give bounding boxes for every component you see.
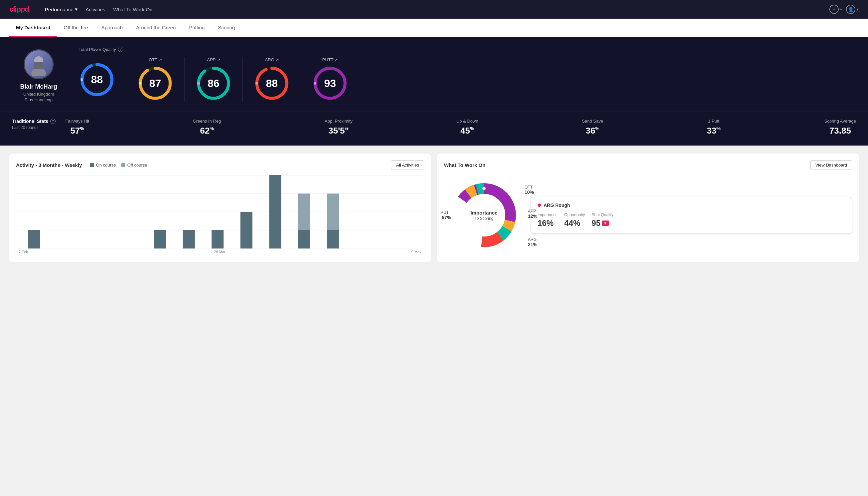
svg-rect-31 [211, 230, 223, 248]
stat-sand-save: Sand Save 36% [582, 119, 603, 136]
stat-greens-in-reg: Greens In Reg 62% [193, 119, 221, 136]
score-total-value: 88 [91, 73, 103, 86]
stats-help-icon[interactable]: ? [50, 119, 56, 124]
tab-approach[interactable]: Approach [95, 19, 129, 37]
player-name: Blair McHarg [20, 83, 57, 90]
arg-metrics: Importance 16% Opportunity 44% Shot Qual… [538, 213, 845, 228]
putt-trend-icon: ↗ [335, 58, 338, 62]
nav-what-to-work-on[interactable]: What To Work On [113, 6, 153, 12]
activity-chart-title: Activity - 3 Months - Weekly [16, 162, 82, 168]
stat-up-and-down: Up & Down 45% [456, 119, 478, 136]
score-putt: PUTT ↗ 93 [301, 57, 359, 102]
bar-chart: 0 1 2 3 4 [16, 175, 424, 248]
tab-scoring[interactable]: Scoring [211, 19, 241, 37]
svg-point-17 [314, 82, 316, 84]
ring-total: 88 [79, 61, 115, 98]
svg-rect-30 [183, 230, 195, 248]
app-trend-icon: ↗ [217, 58, 220, 62]
avatar [23, 49, 53, 79]
work-card-header: What To Work On View Dashboard [444, 160, 852, 170]
score-circles: 88 OTT ↗ 87 [79, 57, 856, 102]
putt-label: PUTT ↗ [322, 57, 338, 62]
score-ott-value: 87 [149, 77, 161, 90]
x-label-may: 9 May [411, 250, 421, 254]
ott-segment-label: OTT 10% [525, 185, 534, 195]
ring-app: 86 [195, 65, 232, 102]
tab-off-the-tee[interactable]: Off the Tee [57, 19, 95, 37]
putt-segment-label: PUTT 57% [441, 210, 451, 220]
arg-label: ARG ↗ [265, 57, 279, 62]
arg-segment-label: ARG 21% [528, 237, 537, 247]
donut-center-title: Importance [471, 210, 498, 216]
donut-center: Importance To Scoring [471, 210, 498, 221]
tab-around-the-green[interactable]: Around the Green [129, 19, 182, 37]
all-activities-button[interactable]: All Activities [391, 160, 424, 170]
arg-rough-dot [538, 203, 541, 207]
tpq-label: Total Player Quality ? [79, 47, 856, 52]
score-total: 88 [79, 61, 126, 98]
player-info: Blair McHarg United Kingdom Plus Handica… [12, 47, 65, 102]
stat-app-proximity: App. Proximity 35'5" [325, 119, 353, 136]
svg-point-8 [139, 82, 142, 84]
app-label: APP ↗ [207, 57, 220, 62]
arg-rough-title: ARG Rough [538, 203, 845, 208]
activity-card: Activity - 3 Months - Weekly On course O… [9, 154, 431, 262]
hero-section: Blair McHarg United Kingdom Plus Handica… [0, 37, 868, 112]
chart-svg: 0 1 2 3 4 [16, 175, 424, 248]
svg-rect-33 [269, 175, 281, 248]
ott-label: OTT ↗ [149, 57, 162, 62]
tab-my-dashboard[interactable]: My Dashboard [9, 19, 57, 37]
legend-off-course: Off course [121, 162, 147, 168]
stats-items: Fairways Hit 57% Greens In Reg 62% App. … [65, 119, 856, 136]
tpq-help-icon[interactable]: ? [118, 47, 123, 52]
top-nav: clippd Performance ▾ Activities What To … [0, 0, 868, 19]
stat-fairways-hit: Fairways Hit 57% [65, 119, 89, 136]
activity-card-header: Activity - 3 Months - Weekly On course O… [16, 160, 424, 170]
player-handicap: Plus Handicap [25, 97, 53, 102]
ring-arg: 88 [253, 65, 290, 102]
x-label-mar: 28 Mar [214, 250, 225, 254]
nav-activities[interactable]: Activities [85, 6, 105, 12]
svg-rect-35 [298, 193, 310, 230]
stat-scoring-average: Scoring Average 73.85 [824, 119, 856, 136]
stats-row: Traditional Stats ? Last 20 rounds Fairw… [0, 112, 868, 145]
svg-rect-34 [298, 230, 310, 248]
legend-on-course: On course [90, 162, 116, 168]
work-on-title: What To Work On [444, 162, 485, 168]
score-app: APP ↗ 86 [185, 57, 243, 102]
nav-performance[interactable]: Performance ▾ [45, 6, 78, 12]
svg-point-42 [482, 187, 486, 190]
donut-chart-container: Importance To Scoring PUTT 57% OTT 10% A… [444, 175, 524, 255]
work-on-card: What To Work On View Dashboard [437, 154, 859, 262]
svg-rect-28 [28, 230, 40, 248]
ring-putt: 93 [312, 65, 348, 102]
donut-center-sub: To Scoring [471, 216, 498, 221]
work-content: Importance To Scoring PUTT 57% OTT 10% A… [444, 175, 852, 255]
nav-items: Performance ▾ Activities What To Work On [45, 6, 153, 12]
stats-title: Traditional Stats ? [12, 119, 65, 124]
x-axis-labels: 7 Feb 28 Mar 9 May [16, 248, 424, 254]
svg-point-14 [255, 82, 258, 84]
arg-importance: Importance 16% [538, 213, 557, 228]
score-ott: OTT ↗ 87 [126, 57, 185, 102]
main-content: Activity - 3 Months - Weekly On course O… [0, 145, 868, 270]
stats-label-col: Traditional Stats ? Last 20 rounds [12, 119, 65, 130]
user-menu-button[interactable]: 👤 ▾ [846, 5, 859, 14]
svg-rect-36 [327, 230, 339, 248]
ott-trend-icon: ↗ [159, 58, 162, 62]
chart-legend: On course Off course [90, 162, 147, 168]
ring-ott: 87 [137, 65, 174, 102]
score-putt-value: 93 [324, 77, 336, 90]
svg-point-11 [197, 82, 200, 84]
tab-putting[interactable]: Putting [183, 19, 211, 37]
add-button[interactable]: + ▾ [830, 5, 842, 14]
app-logo[interactable]: clippd [9, 5, 29, 14]
view-dashboard-button[interactable]: View Dashboard [810, 160, 852, 170]
svg-rect-32 [240, 212, 252, 248]
tabs-bar: My Dashboard Off the Tee Approach Around… [0, 19, 868, 37]
svg-rect-2 [34, 62, 44, 69]
svg-rect-37 [327, 193, 339, 230]
shot-quality-badge: ▼ [602, 220, 609, 226]
score-arg-value: 88 [266, 77, 278, 90]
arg-trend-icon: ↗ [276, 58, 279, 62]
